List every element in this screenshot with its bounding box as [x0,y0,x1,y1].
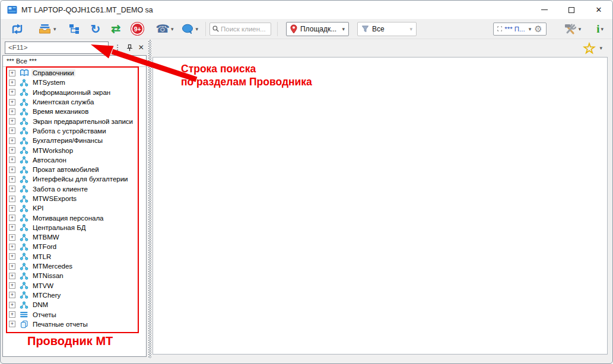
tree-item-0[interactable]: + Справочники [3,68,146,78]
tree-item-19[interactable]: + MTLR [3,252,146,261]
tree-item-9[interactable]: + Автосалон [3,155,146,165]
expand-plus-icon[interactable]: + [9,282,15,289]
tools-button[interactable]: ▾ [562,21,583,37]
refresh-button[interactable]: ↻ [90,21,102,37]
tree-item-3[interactable]: + Клиентская служба [3,97,146,107]
tree-item-17[interactable]: + MTBMW [3,232,146,242]
tree-item-icon [19,146,29,155]
tree-item-icon [19,262,29,270]
tree-item-label: Клиентская служба [31,98,95,106]
expand-plus-icon[interactable]: + [9,70,15,76]
expand-plus-icon[interactable]: + [9,273,15,279]
hierarchy-button[interactable] [67,21,81,37]
minimize-button[interactable] [531,1,558,19]
explorer-search-row: ⋮ ✕ [5,41,147,54]
notification-badge: 9+ [131,23,144,35]
tree-item-15[interactable]: + Мотивация персонала [3,213,146,222]
tree-item-7[interactable]: + Бухгалтерия/Финансы [3,136,146,145]
expand-plus-icon[interactable]: + [9,244,15,250]
expand-plus-icon[interactable]: + [9,215,15,221]
tree-item-10[interactable]: + Прокат автомобилей [3,165,146,174]
expand-plus-icon[interactable]: + [9,79,15,86]
tree-item-5[interactable]: + Экран предварительной записи [3,116,146,126]
expand-plus-icon[interactable]: + [9,118,15,124]
sync-exchange-button[interactable]: ⇄ [110,21,122,37]
tree-item-1[interactable]: + MTSystem [3,78,146,87]
panel-close-button[interactable]: ✕ [135,41,147,53]
tree-item-25[interactable]: + Отчеты [3,309,146,319]
tree-item-11[interactable]: + Интерфейсы для бухгалтерии [3,174,146,184]
transfer-button[interactable] [9,21,25,37]
tree-item-label: Отчеты [31,311,58,318]
expand-plus-icon[interactable]: + [9,196,15,202]
tree-item-21[interactable]: + MTNissan [3,271,146,280]
tools-icon [563,23,577,35]
expand-plus-icon[interactable]: + [9,302,15,308]
panel-pin-button[interactable] [124,41,135,53]
expand-plus-icon[interactable]: + [9,138,15,144]
tree-item-18[interactable]: + MTFord [3,242,146,251]
tree-item-icon [19,156,29,164]
maximize-icon [568,7,574,13]
tree-item-8[interactable]: + MTWorkshop [3,145,146,155]
close-icon: ✕ [596,6,602,14]
client-search-input[interactable] [221,25,268,33]
expand-plus-icon[interactable]: + [9,108,15,115]
tree-item-icon [19,107,29,116]
explorer-search-input[interactable] [5,41,109,54]
inbox-icon [38,23,52,34]
panel-splitter[interactable] [148,40,151,358]
expand-plus-icon[interactable]: + [9,186,15,192]
app-window: MT LAPTOP-QOJH1C61.MT_DEMO sa ✕ ▾ [0,0,613,364]
expand-plus-icon[interactable]: + [9,253,15,260]
tree-item-26[interactable]: + Печатные отчеты [3,320,146,329]
filter-selector[interactable]: Все ▾ [357,22,417,36]
tree-item-13[interactable]: + MTWSExports [3,194,146,203]
expand-plus-icon[interactable]: + [9,234,15,241]
expand-plus-icon[interactable]: + [9,89,15,95]
close-button[interactable]: ✕ [585,1,612,19]
tree-item-6[interactable]: + Работа с устройствами [3,126,146,136]
titlebar: MT LAPTOP-QOJH1C61.MT_DEMO sa ✕ [1,1,612,19]
expand-plus-icon[interactable]: + [9,292,15,298]
site-selector[interactable]: Площадк... ▾ [286,22,349,36]
expand-plus-icon[interactable]: + [9,176,15,183]
gear-icon[interactable]: ⚙ [534,24,542,34]
tree-item-22[interactable]: + MTVW [3,281,146,290]
tree-item-16[interactable]: + Центральная БД [3,223,146,232]
dots-icon: ⋮ [114,43,121,52]
tree-item-12[interactable]: + Забота о клиенте [3,184,146,194]
tree-item-23[interactable]: + MTChery [3,290,146,300]
inbox-button[interactable]: ▾ [37,21,58,37]
tree-item-icon [19,223,29,232]
expand-plus-icon[interactable]: + [9,224,15,231]
tree-item-2[interactable]: + Информационный экран [3,88,146,97]
site-selector-label: Площадк... [300,25,336,33]
expand-plus-icon[interactable]: + [9,99,15,106]
notifications-button[interactable]: 9+ [130,21,145,37]
panel-menu-button[interactable]: ⋮ [112,41,123,53]
tree-item-24[interactable]: + DNM [3,300,146,309]
expand-plus-icon[interactable]: + [9,311,15,318]
maximize-button[interactable] [558,1,585,19]
expand-plus-icon[interactable]: + [9,167,15,173]
favorites-star-icon[interactable]: ☆ [583,41,596,56]
scope-selector-label: *** П... [504,25,525,33]
tree-item-label: MTSystem [31,79,66,86]
expand-plus-icon[interactable]: + [9,205,15,212]
expand-plus-icon[interactable]: + [9,321,15,327]
favorites-caret-icon[interactable]: ▾ [599,45,602,51]
scope-selector[interactable]: *** П... ▾ ⚙ [493,23,547,36]
info-button[interactable]: i ▾ [595,21,605,37]
chat-button[interactable]: ▾ [180,21,199,37]
tree-item-4[interactable]: + Время механиков [3,107,146,116]
expand-plus-icon[interactable]: + [9,127,15,134]
tree-item-20[interactable]: + MTMercedes [3,261,146,271]
expand-plus-icon[interactable]: + [9,157,15,163]
tree-item-label: Бухгалтерия/Финансы [31,137,104,144]
explorer-filter-header[interactable]: *** Все *** [3,56,146,67]
expand-plus-icon[interactable]: + [9,263,15,270]
tree-item-14[interactable]: + KPI [3,203,146,213]
phone-button[interactable]: ☎ ▾ [154,21,174,37]
expand-plus-icon[interactable]: + [9,147,15,154]
